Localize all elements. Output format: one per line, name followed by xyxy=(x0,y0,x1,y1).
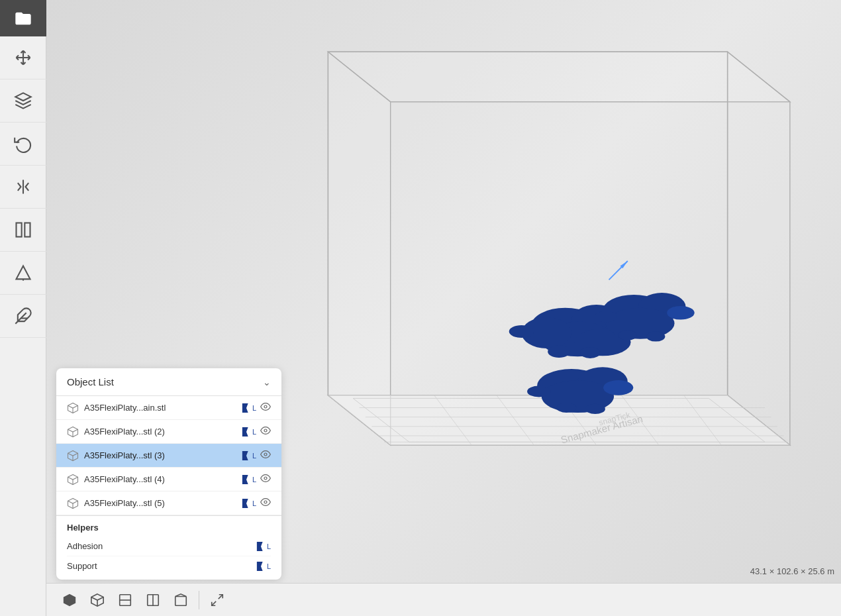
svg-marker-11 xyxy=(328,52,390,445)
fit-view-icon xyxy=(210,593,224,607)
object-actions-2: L xyxy=(242,425,271,438)
svg-line-69 xyxy=(212,601,216,605)
move-tool-button[interactable] xyxy=(0,36,46,79)
object-cube-icon-3 xyxy=(67,450,79,462)
left-view-button[interactable] xyxy=(140,588,166,613)
rotate-tool-button[interactable] xyxy=(0,123,46,166)
svg-point-32 xyxy=(509,325,534,338)
solid-cube-icon xyxy=(62,593,77,607)
object-actions-4: L xyxy=(242,473,271,486)
svg-marker-55 xyxy=(242,451,248,460)
svg-point-33 xyxy=(548,345,570,358)
support-tool-button[interactable] xyxy=(0,252,46,295)
support-flag: L xyxy=(256,562,271,571)
svg-point-37 xyxy=(606,308,675,339)
svg-point-48 xyxy=(527,386,551,397)
eye-icon-5[interactable] xyxy=(260,497,271,509)
paint-icon xyxy=(14,307,32,325)
svg-marker-59 xyxy=(242,499,248,508)
svg-marker-57 xyxy=(242,475,248,484)
object-item-3[interactable]: A35FlexiPlaty...stl (3) L xyxy=(56,444,281,468)
transform-icon xyxy=(14,91,32,110)
svg-point-34 xyxy=(580,347,600,358)
adhesion-flag-shape xyxy=(256,542,266,551)
svg-point-50 xyxy=(585,404,605,414)
svg-point-38 xyxy=(667,306,694,320)
toolbar-divider xyxy=(199,591,199,609)
svg-point-39 xyxy=(595,311,617,322)
object-item-1[interactable]: A35FlexiPlaty...ain.stl L xyxy=(56,396,281,420)
object-cube-icon-5 xyxy=(67,497,79,509)
object-item-5[interactable]: A35FlexiPlaty...stl (5) L xyxy=(56,491,281,515)
object-cube-icon-4 xyxy=(67,474,79,486)
helper-support[interactable]: Support L xyxy=(67,556,271,576)
svg-point-54 xyxy=(264,429,267,432)
svg-marker-62 xyxy=(257,562,263,571)
adhesion-flag: L xyxy=(256,542,271,551)
flag-shape-4 xyxy=(242,475,251,484)
front-view-button[interactable] xyxy=(113,588,138,613)
svg-marker-51 xyxy=(242,403,248,413)
folder-icon xyxy=(14,9,32,28)
right-view-button[interactable] xyxy=(168,588,193,613)
support-label: Support xyxy=(67,561,97,571)
open-folder-button[interactable] xyxy=(0,0,46,36)
bottom-toolbar xyxy=(46,583,841,616)
flag-icon-4: L xyxy=(242,475,256,484)
object-cube-icon-1 xyxy=(67,402,79,414)
move-icon xyxy=(14,48,32,67)
support-flag-shape xyxy=(256,562,266,571)
svg-point-52 xyxy=(264,405,267,408)
flag-icon-1: L xyxy=(242,403,256,413)
mirror-tool-button[interactable] xyxy=(0,166,46,209)
helpers-title: Helpers xyxy=(67,523,271,533)
object-item-2[interactable]: A35FlexiPlaty...stl (2) L xyxy=(56,420,281,444)
svg-marker-9 xyxy=(728,52,790,445)
flag-icon-2: L xyxy=(242,427,256,436)
object-actions-5: L xyxy=(242,497,271,509)
helpers-section: Helpers Adhesion L Support L xyxy=(56,515,281,580)
svg-point-58 xyxy=(264,477,267,480)
left-view-icon xyxy=(146,593,160,607)
paint-tool-button[interactable] xyxy=(0,295,46,338)
mirror-icon xyxy=(14,178,32,196)
left-toolbar xyxy=(0,0,46,616)
object-actions-1: L xyxy=(242,401,271,414)
3d-box-wireframe: Snapmaker Artisan snapTick xyxy=(272,33,828,576)
wireframe-view-button[interactable] xyxy=(85,588,110,613)
flag-shape-2 xyxy=(242,427,251,436)
panel-title: Object List xyxy=(67,376,114,387)
object-name-1: A35FlexiPlaty...ain.stl xyxy=(84,403,236,413)
object-name-5: A35FlexiPlaty...stl (5) xyxy=(84,498,236,508)
eye-icon-4[interactable] xyxy=(260,473,271,486)
svg-rect-67 xyxy=(175,596,187,605)
fit-view-button[interactable] xyxy=(205,588,230,613)
object-name-3: A35FlexiPlaty...stl (3) xyxy=(84,450,236,460)
transform-tool-button[interactable] xyxy=(0,79,46,123)
object-actions-3: L xyxy=(242,449,271,462)
object-list-panel: Object List ⌄ A35FlexiPlaty...ain.stl L xyxy=(56,368,281,580)
helper-adhesion[interactable]: Adhesion L xyxy=(67,537,271,556)
eye-icon-3[interactable] xyxy=(260,449,271,462)
eye-icon-1[interactable] xyxy=(260,401,271,414)
svg-marker-53 xyxy=(242,427,248,436)
wireframe-cube-icon xyxy=(90,593,105,607)
eye-icon-2[interactable] xyxy=(260,425,271,438)
panel-header[interactable]: Object List ⌄ xyxy=(56,368,281,396)
svg-point-40 xyxy=(618,331,637,340)
object-item-4[interactable]: A35FlexiPlaty...stl (4) L xyxy=(56,468,281,491)
svg-point-56 xyxy=(264,453,267,456)
object-name-4: A35FlexiPlaty...stl (4) xyxy=(84,474,236,484)
rotate-icon xyxy=(14,134,32,153)
layout-tool-button[interactable] xyxy=(0,209,46,252)
main-viewport: Snapmaker Artisan snapTick xyxy=(46,0,841,616)
adhesion-label: Adhesion xyxy=(67,541,103,551)
flag-icon-3: L xyxy=(242,451,256,460)
svg-point-41 xyxy=(646,332,665,342)
solid-view-button[interactable] xyxy=(57,588,82,613)
svg-line-68 xyxy=(219,594,223,598)
object-list: A35FlexiPlaty...ain.stl L xyxy=(56,396,281,515)
layout-icon xyxy=(14,221,32,239)
object-cube-icon-2 xyxy=(67,426,79,438)
svg-rect-1 xyxy=(16,223,21,237)
